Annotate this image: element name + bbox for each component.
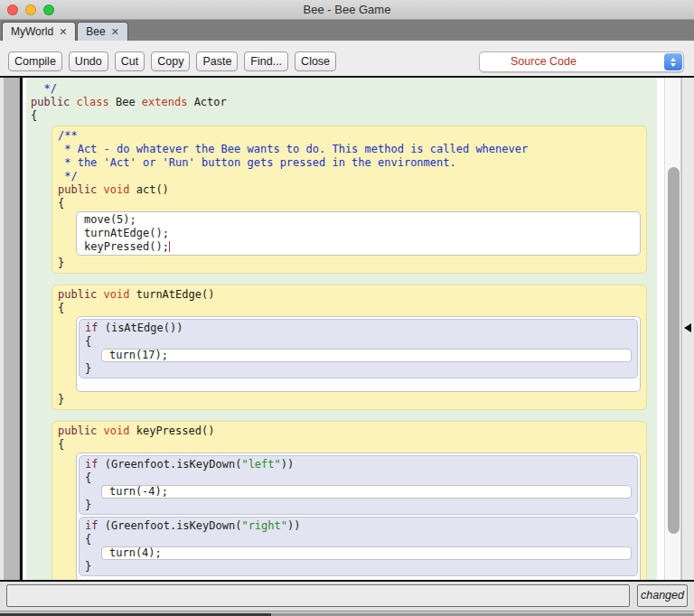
copy-button[interactable]: Copy <box>151 51 190 71</box>
code-line: { <box>85 533 633 546</box>
code-editor: */public class Bee extends Actor{ /** * … <box>0 76 694 582</box>
dropdown-stepper-icon[interactable] <box>664 53 682 70</box>
naviview-edge <box>681 78 694 580</box>
tab-bee[interactable]: Bee ✕ <box>77 22 128 41</box>
code-line: { <box>58 197 642 210</box>
bottom-divider <box>0 611 694 611</box>
turnatedge-body-box[interactable]: if (isAtEdge()){ turn(17); } <box>76 316 641 392</box>
code-line: { <box>31 109 657 123</box>
code-line: { <box>85 335 633 349</box>
scrollbar-thumb[interactable] <box>668 167 680 534</box>
if-close-line: } <box>85 560 633 574</box>
code-line: turn(4); <box>109 547 627 559</box>
if-close-line: } <box>85 362 633 376</box>
code-line: turn(17); <box>109 350 627 361</box>
if-frame-keydown-left[interactable]: if (Greenfoot.isKeyDown("left")){ turn(-… <box>79 455 638 515</box>
code-line: } <box>85 560 633 574</box>
paste-button[interactable]: Paste <box>196 51 238 71</box>
chevron-up-icon <box>671 58 676 61</box>
if-close-line: } <box>85 499 633 512</box>
if-head-lines: if (isAtEdge()){ <box>85 322 633 349</box>
tab-bee-label: Bee <box>86 25 105 38</box>
code-line: */ <box>31 82 657 96</box>
method-frame-keypressed[interactable]: public void keyPressed(){ if (Greenfoot.… <box>52 421 647 580</box>
code-line: public void turnAtEdge() <box>58 288 642 302</box>
code-line: if (Greenfoot.isKeyDown("left")) <box>85 458 633 471</box>
changed-badge: changed <box>637 584 688 607</box>
status-bar: changed <box>0 582 694 611</box>
code-line: } <box>58 257 642 270</box>
act-body-lines: move(5);turnAtEdge();keyPressed(); <box>84 213 636 254</box>
code-line: keyPressed(); <box>84 240 636 254</box>
class-header-lines: */public class Bee extends Actor{ <box>31 82 657 123</box>
code-line: { <box>58 302 642 315</box>
stmt-lines: turn(17); <box>109 350 627 361</box>
if-frame-keydown-right[interactable]: if (Greenfoot.isKeyDown("right")){ turn(… <box>79 517 638 576</box>
if-frame-isatedge[interactable]: if (isAtEdge()){ turn(17); } <box>79 319 638 378</box>
status-message-field <box>6 584 630 607</box>
compile-button[interactable]: Compile <box>8 51 62 71</box>
undo-button[interactable]: Undo <box>69 51 108 71</box>
code-line: if (Greenfoot.isKeyDown("right")) <box>85 519 633 533</box>
act-close-line: } <box>58 257 642 270</box>
window-bottom-edge <box>0 611 694 616</box>
act-header-lines: /** * Act - do whatever the Bee wants to… <box>58 129 642 210</box>
code-line: * the 'Act' or 'Run' button gets pressed… <box>58 156 642 170</box>
stmt-lines: turn(-4); <box>109 486 627 498</box>
toolbar-buttons: Compile Undo Cut Copy Paste Find... Clos… <box>8 51 336 71</box>
code-line: public class Bee extends Actor <box>31 96 657 109</box>
method-frame-act[interactable]: /** * Act - do whatever the Bee wants to… <box>52 126 647 274</box>
cut-button[interactable]: Cut <box>115 51 145 71</box>
class-frame[interactable]: */public class Bee extends Actor{ /** * … <box>26 78 657 580</box>
code-line: public void keyPressed() <box>58 425 642 438</box>
close-button[interactable]: Close <box>295 51 336 71</box>
tab-close-icon[interactable]: ✕ <box>111 27 119 37</box>
tab-myworld-label: MyWorld <box>11 25 53 38</box>
code-line: public void act() <box>58 183 642 197</box>
method-frame-turnatedge[interactable]: public void turnAtEdge(){ if (isAtEdge()… <box>52 285 647 410</box>
code-line: turn(-4); <box>109 486 627 498</box>
find-button[interactable]: Find... <box>244 51 288 71</box>
window-title: Bee - Bee Game <box>0 0 694 20</box>
vertical-scrollbar[interactable] <box>664 78 681 580</box>
code-line: turnAtEdge(); <box>84 227 636 240</box>
stmt-lines: turn(4); <box>109 547 627 559</box>
view-selector-value: Source Code <box>511 52 577 71</box>
code-line: move(5); <box>84 213 636 227</box>
stmt-box-turn17[interactable]: turn(17); <box>101 349 632 362</box>
if-head-lines: if (Greenfoot.isKeyDown("left")){ <box>85 458 633 485</box>
turnatedge-header-lines: public void turnAtEdge(){ <box>58 288 642 315</box>
code-line: { <box>58 438 642 452</box>
tab-myworld[interactable]: MyWorld ✕ <box>2 22 76 41</box>
if-head-lines: if (Greenfoot.isKeyDown("right")){ <box>85 519 633 546</box>
chevron-down-icon <box>671 63 676 67</box>
titlebar: Bee - Bee Game <box>0 0 694 20</box>
code-line: } <box>85 499 633 512</box>
keypressed-body-box[interactable]: if (Greenfoot.isKeyDown("left")){ turn(-… <box>76 453 641 580</box>
collapse-panel-icon[interactable] <box>684 323 691 332</box>
code-line: * Act - do whatever the Bee wants to do.… <box>58 143 642 156</box>
view-selector-dropdown[interactable]: Source Code <box>479 51 684 72</box>
act-body-box[interactable]: move(5);turnAtEdge();keyPressed(); <box>76 211 641 256</box>
tab-close-icon[interactable]: ✕ <box>59 27 67 37</box>
editor-left-gutter <box>4 78 20 580</box>
stmt-box-turn-neg4[interactable]: turn(-4); <box>101 485 632 499</box>
turnatedge-close-line: } <box>58 393 642 406</box>
stmt-box-turn4[interactable]: turn(4); <box>101 546 632 560</box>
code-line: /** <box>58 129 642 143</box>
code-line: */ <box>58 170 642 183</box>
code-line: } <box>58 393 642 406</box>
text-caret <box>169 241 171 252</box>
toolbar: Compile Undo Cut Copy Paste Find... Clos… <box>0 41 694 76</box>
empty-slot[interactable] <box>79 380 638 391</box>
editor-left-border <box>20 78 23 580</box>
tab-strip: MyWorld ✕ Bee ✕ <box>0 20 694 41</box>
code-line: if (isAtEdge()) <box>85 322 633 335</box>
keypressed-header-lines: public void keyPressed(){ <box>58 425 642 452</box>
code-line: { <box>85 471 633 485</box>
code-line: } <box>85 362 633 376</box>
empty-slot[interactable] <box>79 578 638 580</box>
